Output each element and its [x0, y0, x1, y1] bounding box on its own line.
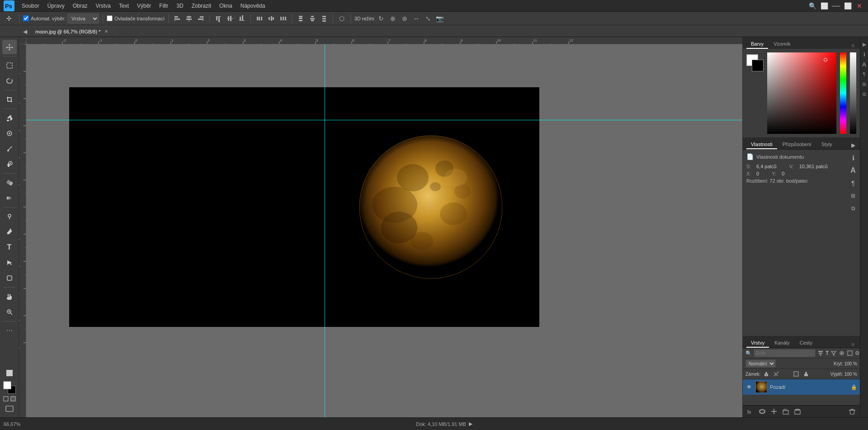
canvas-area[interactable]: /* ticks rendered below */ -2 -1 0 1 2 3 — [19, 37, 742, 417]
transform-checkbox[interactable] — [107, 15, 113, 21]
layer-row[interactable]: 👁 Pozadí 🔒 — [743, 379, 860, 395]
menu-okna[interactable]: Okna — [216, 2, 236, 10]
text-tool-button[interactable]: T — [2, 240, 17, 255]
lock-all-btn[interactable] — [802, 370, 810, 378]
search-icon[interactable]: 🔍 — [807, 1, 817, 11]
3d-scale-icon[interactable]: ⤡ — [423, 14, 433, 24]
lasso-tool-button[interactable] — [2, 74, 17, 88]
color-panel-close[interactable]: ≡ — [849, 43, 856, 49]
lock-artboard-btn[interactable] — [792, 370, 800, 378]
color-brightness-strip[interactable] — [850, 52, 856, 134]
brush-tool-button[interactable] — [2, 142, 17, 156]
add-group-btn[interactable] — [781, 406, 791, 416]
more-tools-button[interactable]: ⋯ — [2, 323, 17, 338]
background-color[interactable] — [752, 60, 764, 71]
menu-obraz[interactable]: Obraz — [69, 2, 91, 10]
tab-vlastnosti[interactable]: Vlastnosti — [746, 140, 777, 149]
status-arrow-btn[interactable]: ▶ — [469, 421, 472, 427]
3d-slide-icon[interactable]: ↔ — [411, 14, 421, 24]
strip-icon-1[interactable]: ▶ — [861, 41, 868, 48]
menu-napoveda[interactable]: Nápověda — [237, 2, 269, 10]
tab-styly[interactable]: Styly — [817, 140, 837, 149]
crop-tool-button[interactable] — [2, 92, 17, 107]
props-type-icon[interactable]: A — [848, 165, 858, 175]
distribute-h-icon[interactable] — [255, 14, 264, 24]
gradient-tool-button[interactable] — [2, 191, 17, 205]
props-play-icon[interactable]: ▶ — [848, 140, 858, 150]
layers-filter-btn3[interactable] — [830, 349, 837, 357]
layers-panel-close[interactable]: ≡ — [849, 341, 856, 348]
heal-tool-button[interactable] — [2, 126, 17, 141]
dodge-tool-button[interactable] — [2, 209, 17, 224]
menu-vrstva[interactable]: Vrstva — [92, 2, 114, 10]
layer-fx-btn[interactable]: fx — [745, 406, 755, 416]
frame-icon[interactable]: ⬡ — [337, 14, 347, 24]
props-copy-icon[interactable]: ⧉ — [848, 203, 858, 213]
lock-transparent-btn[interactable] — [762, 370, 770, 378]
tab-vzornik[interactable]: Vzorník — [769, 40, 795, 49]
align-top-icon[interactable] — [213, 14, 223, 24]
strip-icon-5[interactable]: ⊞ — [861, 80, 868, 88]
color-hue-strip[interactable] — [840, 52, 846, 134]
distribute-bottom-icon[interactable] — [319, 14, 329, 24]
add-adjustment-btn[interactable] — [769, 406, 779, 416]
close-icon[interactable]: ✕ — [854, 1, 864, 11]
tab-barvy[interactable]: Barvy — [746, 40, 768, 49]
align-center-h-icon[interactable] — [184, 14, 194, 24]
hand-tool-button[interactable] — [2, 289, 17, 304]
arrange-icon[interactable]: ⬜ — [819, 1, 829, 11]
align-middle-v-icon[interactable] — [225, 14, 235, 24]
canvas-viewport[interactable] — [26, 44, 742, 417]
lock-position-btn[interactable] — [782, 370, 790, 378]
layers-filter-btn4[interactable] — [839, 349, 845, 357]
props-grid-icon[interactable]: ⊞ — [848, 191, 858, 201]
strip-icon-3[interactable]: A — [861, 61, 868, 68]
tab-kanaly[interactable]: Kanály — [770, 339, 794, 348]
layers-filter-btn6[interactable]: ⚙ — [855, 349, 860, 357]
add-layer-btn[interactable] — [793, 406, 802, 416]
eyedropper-tool-button[interactable] — [2, 111, 17, 125]
align-left-icon[interactable] — [172, 14, 182, 24]
strip-icon-2[interactable]: ℹ — [861, 51, 868, 58]
align-right-icon[interactable] — [196, 14, 206, 24]
layers-filter-btn1[interactable] — [817, 349, 824, 357]
layers-search-input[interactable] — [754, 349, 816, 357]
distribute-right-icon[interactable] — [278, 14, 288, 24]
3d-rotate-icon[interactable]: ↻ — [376, 14, 386, 24]
tab-prizpusobeni[interactable]: Přizpůsobení — [778, 140, 816, 149]
strip-icon-4[interactable]: ¶ — [861, 71, 868, 78]
menu-zobrazit[interactable]: Zobrazit — [188, 2, 215, 10]
quick-mask-button[interactable] — [10, 396, 16, 402]
distribute-center-h-icon[interactable] — [266, 14, 276, 24]
menu-text[interactable]: Text — [115, 2, 132, 10]
color-gradient-picker[interactable] — [767, 52, 836, 134]
add-mask-btn[interactable] — [757, 406, 767, 416]
move-tool-button[interactable] — [2, 40, 17, 54]
tab-close-button[interactable]: ✕ — [103, 28, 109, 35]
pen-tool-button[interactable] — [2, 225, 17, 239]
distribute-center-v-icon[interactable] — [307, 14, 317, 24]
fg-color-swatch[interactable] — [3, 381, 11, 389]
menu-soubor[interactable]: Soubor — [18, 2, 43, 10]
layers-filter-btn5[interactable] — [847, 349, 853, 357]
shape-tool-button[interactable] — [2, 271, 17, 285]
props-para-icon[interactable]: ¶ — [848, 178, 858, 188]
lock-image-btn[interactable] — [772, 370, 780, 378]
layers-filter-btn2[interactable]: T — [826, 349, 829, 357]
minimize-icon[interactable]: — — [831, 1, 841, 11]
maximize-icon[interactable]: ⬜ — [843, 1, 853, 11]
3d-pan-icon[interactable]: ⊕ — [388, 14, 398, 24]
tab-cesty[interactable]: Cesty — [795, 339, 817, 348]
3d-orbit-icon[interactable]: ⊛ — [400, 14, 410, 24]
marquee-tool-button[interactable] — [2, 58, 17, 73]
zoom-tool-button[interactable] — [2, 305, 17, 319]
screen-mode-button[interactable] — [3, 404, 16, 414]
arrange-layers-button[interactable] — [3, 367, 16, 379]
document-tab[interactable]: moon.jpg @ 66,7% (RGB/8) * ✕ — [29, 26, 115, 37]
eraser-tool-button[interactable] — [2, 175, 17, 190]
menu-3d[interactable]: 3D — [173, 2, 187, 10]
blend-mode-select[interactable]: Normální — [745, 359, 776, 368]
3d-camera-icon[interactable]: 📷 — [435, 14, 445, 24]
menu-vyber[interactable]: Výběr — [133, 2, 155, 10]
path-select-button[interactable] — [2, 255, 17, 270]
